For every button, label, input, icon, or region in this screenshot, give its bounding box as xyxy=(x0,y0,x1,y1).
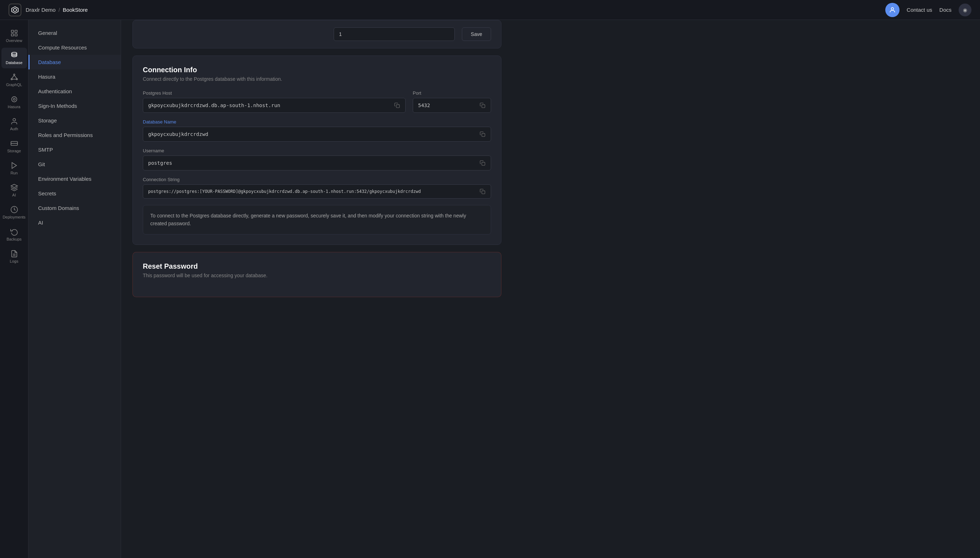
svg-rect-27 xyxy=(482,191,485,194)
connection-string-label: Connection String xyxy=(143,177,491,182)
partial-input[interactable] xyxy=(334,28,455,41)
sidebar-item-hasura[interactable]: Hasura xyxy=(2,92,27,112)
svg-line-12 xyxy=(14,75,17,79)
sidebar-item-ai[interactable]: AI xyxy=(28,215,121,230)
connection-info-desc: Connect directly to the Postgres databas… xyxy=(143,76,491,82)
main-layout: Overview Database GraphQL Hasura xyxy=(0,20,980,558)
username-row: Username xyxy=(143,148,491,171)
sidebar-item-ai[interactable]: AI xyxy=(2,180,27,201)
username-label: Username xyxy=(143,148,491,153)
sidebar-item-domains[interactable]: Custom Domains xyxy=(28,201,121,215)
svg-marker-19 xyxy=(12,162,16,169)
sidebar-item-general[interactable]: General xyxy=(28,26,121,40)
svg-rect-5 xyxy=(11,34,13,36)
svg-rect-23 xyxy=(396,105,400,108)
svg-marker-1 xyxy=(13,8,16,11)
sidebar-item-compute[interactable]: Compute Resources xyxy=(28,40,121,55)
sidebar-item-graphql[interactable]: GraphQL xyxy=(2,70,27,90)
sidebar-item-signin[interactable]: Sign-In Methods xyxy=(28,98,121,113)
svg-point-14 xyxy=(12,97,17,102)
connection-string-group: Connection String xyxy=(143,177,491,199)
breadcrumb-project[interactable]: Draxlr Demo xyxy=(26,7,56,13)
svg-marker-0 xyxy=(12,7,18,13)
save-button[interactable]: Save xyxy=(462,28,491,41)
sidebar-item-smtp[interactable]: SMTP xyxy=(28,142,121,157)
sidebar-item-backups[interactable]: Backups xyxy=(2,224,27,245)
app-logo xyxy=(8,3,21,16)
svg-rect-6 xyxy=(15,34,17,36)
connection-string-copy-button[interactable] xyxy=(478,187,487,196)
connection-string-row: Connection String xyxy=(143,177,491,199)
svg-rect-26 xyxy=(482,162,485,166)
reset-password-card: Reset Password This password will be use… xyxy=(133,252,502,297)
port-label: Port xyxy=(413,90,491,96)
svg-point-15 xyxy=(13,98,15,100)
sidebar-item-deployments[interactable]: Deployments xyxy=(2,202,27,223)
breadcrumb: Draxlr Demo / BookStore xyxy=(26,7,87,13)
dbname-input[interactable] xyxy=(143,127,491,142)
connection-info-text: To connect to the Postgres database dire… xyxy=(150,213,466,226)
sidebar-item-git[interactable]: Git xyxy=(28,157,121,172)
icon-nav: Overview Database GraphQL Hasura xyxy=(0,20,28,558)
docs-link[interactable]: Docs xyxy=(939,7,952,13)
sidebar-item-storage[interactable]: Storage xyxy=(2,136,27,157)
postgres-host-group: Postgres Host xyxy=(143,90,406,113)
username-copy-button[interactable] xyxy=(478,159,487,167)
sidebar-item-authentication[interactable]: Authentication xyxy=(28,84,121,98)
sidebar-item-run[interactable]: Run xyxy=(2,158,27,179)
connection-info-title: Connection Info xyxy=(143,66,491,74)
dbname-copy-button[interactable] xyxy=(478,130,487,138)
sidebar-item-storage[interactable]: Storage xyxy=(28,113,121,128)
main-content: Save Connection Info Connect directly to… xyxy=(121,20,980,558)
connection-info-box: To connect to the Postgres database dire… xyxy=(143,205,491,235)
breadcrumb-sep: / xyxy=(58,7,60,13)
settings-sidebar: General Compute Resources Database Hasur… xyxy=(28,20,121,558)
svg-point-7 xyxy=(12,52,17,54)
topbar-right: Contact us Docs ◉ xyxy=(885,3,972,17)
svg-rect-3 xyxy=(11,30,13,32)
sidebar-item-auth[interactable]: Auth xyxy=(2,114,27,135)
contact-us-link[interactable]: Contact us xyxy=(907,7,932,13)
dbname-row: Database Name xyxy=(143,119,491,142)
sidebar-item-secrets[interactable]: Secrets xyxy=(28,186,121,201)
postgres-host-copy-button[interactable] xyxy=(393,101,401,110)
sidebar-item-logs[interactable]: Logs xyxy=(2,246,27,267)
postgres-host-input[interactable] xyxy=(143,98,406,113)
postgres-host-input-wrap xyxy=(143,98,406,113)
port-input-wrap xyxy=(413,98,491,113)
sidebar-item-overview[interactable]: Overview xyxy=(2,26,27,46)
sidebar-item-roles[interactable]: Roles and Permissions xyxy=(28,128,121,142)
user-menu-button[interactable]: ◉ xyxy=(959,3,972,16)
host-port-row: Postgres Host Port xyxy=(143,90,491,113)
svg-rect-25 xyxy=(482,133,485,137)
dbname-input-wrap xyxy=(143,127,491,142)
reset-password-title: Reset Password xyxy=(143,262,491,271)
sidebar-item-envvars[interactable]: Environment Variables xyxy=(28,172,121,186)
topbar: Draxlr Demo / BookStore Contact us Docs … xyxy=(0,0,980,20)
postgres-host-label: Postgres Host xyxy=(143,90,406,96)
dbname-label: Database Name xyxy=(143,119,491,125)
reset-password-desc: This password will be used for accessing… xyxy=(143,272,491,278)
sidebar-item-database[interactable]: Database xyxy=(2,48,27,68)
username-input[interactable] xyxy=(143,156,491,171)
svg-line-11 xyxy=(12,75,14,79)
port-copy-button[interactable] xyxy=(478,101,487,110)
connection-string-input[interactable] xyxy=(143,184,491,199)
svg-rect-24 xyxy=(482,105,485,108)
username-group: Username xyxy=(143,148,491,171)
port-group: Port xyxy=(413,90,491,113)
svg-point-8 xyxy=(13,74,15,75)
sidebar-item-hasura[interactable]: Hasura xyxy=(28,69,121,84)
svg-point-2 xyxy=(891,8,894,10)
user-avatar-button[interactable] xyxy=(885,3,899,17)
connection-info-card: Connection Info Connect directly to the … xyxy=(133,56,502,245)
svg-rect-4 xyxy=(15,30,17,32)
svg-point-16 xyxy=(13,118,15,121)
partial-top-card: Save xyxy=(133,20,502,48)
sidebar-item-database[interactable]: Database xyxy=(28,55,121,69)
connection-string-input-wrap xyxy=(143,184,491,199)
username-input-wrap xyxy=(143,156,491,171)
breadcrumb-app[interactable]: BookStore xyxy=(62,7,87,13)
dbname-group: Database Name xyxy=(143,119,491,142)
